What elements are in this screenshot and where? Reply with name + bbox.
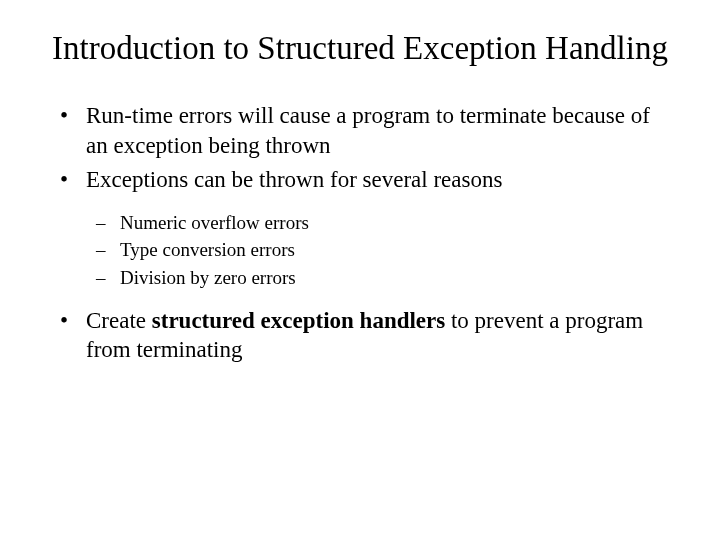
sub-bullet-item: Division by zero errors: [90, 264, 672, 292]
bullet-item: Run-time errors will cause a program to …: [48, 101, 672, 161]
bullet-item: Create structured exception handlers to …: [48, 306, 672, 366]
bullet-text-bold: structured exception handlers: [152, 308, 445, 333]
bullet-text: Exceptions can be thrown for several rea…: [86, 167, 502, 192]
sub-bullet-item: Type conversion errors: [90, 236, 672, 264]
sub-bullet-list: Numeric overflow errors Type conversion …: [90, 209, 672, 292]
bullet-item: Exceptions can be thrown for several rea…: [48, 165, 672, 292]
sub-bullet-item: Numeric overflow errors: [90, 209, 672, 237]
slide-title: Introduction to Structured Exception Han…: [48, 28, 672, 69]
bullet-text-pre: Create: [86, 308, 152, 333]
main-bullet-list: Run-time errors will cause a program to …: [48, 101, 672, 365]
